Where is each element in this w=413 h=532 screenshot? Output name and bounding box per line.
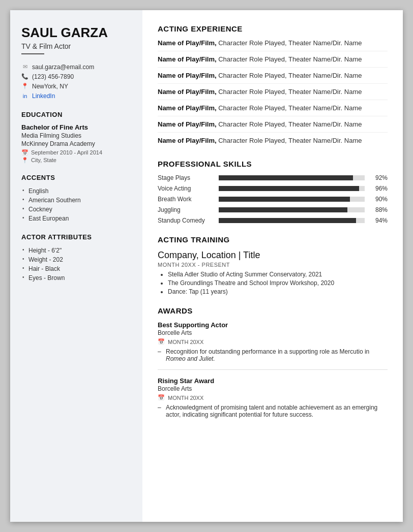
award-date-text-1: MONTH 20XX — [168, 339, 203, 345]
skill-bar-bg-4 — [219, 207, 365, 212]
acting-entry-3: Name of Play/Film, Character Role Played… — [158, 72, 388, 84]
acting-rest-6: Character Role Played, Theater Name/Dir.… — [218, 120, 362, 128]
skill-pct-3: 90% — [370, 196, 388, 203]
acting-bold-2: Name of Play/Film, — [158, 55, 217, 63]
acting-bold-1: Name of Play/Film, — [158, 39, 217, 47]
accent-item-2: American Southern — [21, 196, 131, 205]
acting-rest-7: Character Role Played, Theater Name/Dir.… — [218, 137, 362, 144]
skill-row-3: Breath Work 90% — [158, 196, 388, 203]
skills-section-title: PROFESSIONAL SKILLS — [158, 160, 388, 168]
skill-bar-bg-1 — [219, 175, 365, 180]
award-block-2: Rising Star Award Borcelle Arts 📅 MONTH … — [158, 377, 388, 418]
skill-bar-fill-5 — [219, 218, 356, 223]
candidate-title: TV & Film Actor — [21, 42, 131, 50]
acting-exp-title: ACTING EXPERIENCE — [158, 24, 388, 33]
edu-location-icon: 📍 — [21, 157, 28, 164]
linkedin-item[interactable]: in LinkedIn — [21, 92, 131, 100]
award-date-1: 📅 MONTH 20XX — [158, 338, 388, 345]
acting-rest-1: Character Role Played, Theater Name/Dir.… — [218, 39, 362, 47]
linkedin-icon: in — [21, 93, 28, 99]
attr-height: Height - 6'2" — [21, 246, 131, 255]
skill-bar-fill-3 — [219, 197, 350, 202]
edu-location-text: City, State — [31, 157, 56, 163]
edu-location: 📍 City, State — [21, 157, 131, 164]
location-icon: 📍 — [21, 83, 28, 89]
accents-list: English American Southern Cockney East E… — [21, 186, 131, 223]
calendar-icon: 📅 — [21, 149, 28, 156]
email-text: saul.garza@email.com — [32, 64, 94, 71]
acting-entry-6: Name of Play/Film, Character Role Played… — [158, 120, 388, 133]
acting-entry-7: Name of Play/Film, Character Role Played… — [158, 137, 388, 148]
award-title-1: Best Supporting Actor — [158, 321, 388, 329]
skill-row-4: Juggling 88% — [158, 206, 388, 213]
edu-school: McKinney Drama Academy — [21, 140, 131, 147]
candidate-name: SAUL GARZA — [21, 25, 131, 40]
acting-rest-5: Character Role Played, Theater Name/Dir.… — [218, 104, 362, 112]
acting-entry-2: Name of Play/Film, Character Role Played… — [158, 55, 388, 68]
contact-block: ✉ saul.garza@email.com 📞 (123) 456-7890 … — [21, 64, 131, 100]
acting-bold-7: Name of Play/Film, — [158, 137, 217, 144]
linkedin-link[interactable]: LinkedIn — [32, 92, 55, 100]
skill-name-4: Juggling — [158, 206, 214, 213]
skill-name-1: Stage Plays — [158, 174, 214, 181]
acting-rest-4: Character Role Played, Theater Name/Dir.… — [218, 88, 362, 96]
award-desc-2: Acknowledgment of promising talent and n… — [158, 404, 388, 418]
training-date: MONTH 20XX - PRESENT — [158, 262, 388, 268]
skill-pct-1: 92% — [370, 174, 388, 181]
attributes-list: Height - 6'2" Weight - 202 Hair - Black … — [21, 246, 131, 283]
skill-bar-bg-3 — [219, 197, 365, 202]
accent-item-3: Cockney — [21, 205, 131, 214]
skill-name-2: Voice Acting — [158, 185, 214, 192]
education-section-title: EDUCATION — [21, 111, 131, 118]
acting-entry-1: Name of Play/Film, Character Role Played… — [158, 39, 388, 51]
award-desc-1: Recognition for outstanding performance … — [158, 348, 388, 362]
acting-bold-4: Name of Play/Film, — [158, 88, 217, 96]
email-icon: ✉ — [21, 64, 28, 70]
acting-rest-3: Character Role Played, Theater Name/Dir.… — [218, 72, 362, 79]
acting-bold-5: Name of Play/Film, — [158, 104, 217, 112]
training-item-2: The Groundlings Theatre and School Impro… — [168, 279, 388, 287]
main-content: ACTING EXPERIENCE Name of Play/Film, Cha… — [142, 10, 403, 522]
skill-row-2: Voice Acting 96% — [158, 185, 388, 192]
award-divider — [158, 369, 388, 370]
training-list: Stella Adler Studio of Acting Summer Con… — [158, 271, 388, 295]
skill-bar-bg-5 — [219, 218, 365, 223]
accents-section-title: ACCENTS — [21, 174, 131, 181]
attributes-section-title: ACTOR ATTRIBUTES — [21, 233, 131, 241]
award-cal-icon-2: 📅 — [158, 394, 165, 401]
resume-wrapper: SAUL GARZA TV & Film Actor ✉ saul.garza@… — [10, 10, 403, 522]
title-underline — [21, 53, 44, 54]
award-block-1: Best Supporting Actor Borcelle Arts 📅 MO… — [158, 321, 388, 362]
location-text: NewYork, NY — [32, 83, 68, 90]
award-org-1: Borcelle Arts — [158, 329, 388, 336]
training-section-title: ACTING TRAINING — [158, 235, 388, 244]
skill-row-1: Stage Plays 92% — [158, 174, 388, 181]
accent-item-4: East European — [21, 214, 131, 223]
attr-hair: Hair - Black — [21, 264, 131, 273]
phone-text: (123) 456-7890 — [32, 73, 74, 80]
training-item-1: Stella Adler Studio of Acting Summer Con… — [168, 271, 388, 278]
training-company: Company, Location | Title — [158, 250, 388, 261]
acting-bold-3: Name of Play/Film, — [158, 72, 217, 79]
skill-pct-2: 96% — [370, 185, 388, 192]
award-title-2: Rising Star Award — [158, 377, 388, 385]
skill-pct-5: 94% — [370, 217, 388, 224]
skill-bar-fill-2 — [219, 186, 359, 191]
edu-dates: 📅 September 2010 - April 2014 — [21, 149, 131, 156]
skill-bar-fill-4 — [219, 207, 347, 212]
skill-name-5: Standup Comedy — [158, 217, 214, 224]
acting-entry-5: Name of Play/Film, Character Role Played… — [158, 104, 388, 116]
training-item-3: Dance: Tap (11 years) — [168, 288, 388, 295]
acting-rest-2: Character Role Played, Theater Name/Dir.… — [218, 55, 362, 63]
skill-row-5: Standup Comedy 94% — [158, 217, 388, 224]
award-org-2: Borcelle Arts — [158, 385, 388, 392]
attr-eyes: Eyes - Brown — [21, 273, 131, 283]
acting-bold-6: Name of Play/Film, — [158, 120, 217, 128]
edu-field: Media Filming Studies — [21, 132, 131, 139]
accent-item-1: English — [21, 186, 131, 196]
award-date-2: 📅 MONTH 20XX — [158, 394, 388, 401]
skill-bar-fill-1 — [219, 175, 353, 180]
edu-degree: Bachelor of Fine Arts — [21, 123, 131, 131]
sidebar: SAUL GARZA TV & Film Actor ✉ saul.garza@… — [10, 10, 142, 522]
skill-bar-bg-2 — [219, 186, 365, 191]
